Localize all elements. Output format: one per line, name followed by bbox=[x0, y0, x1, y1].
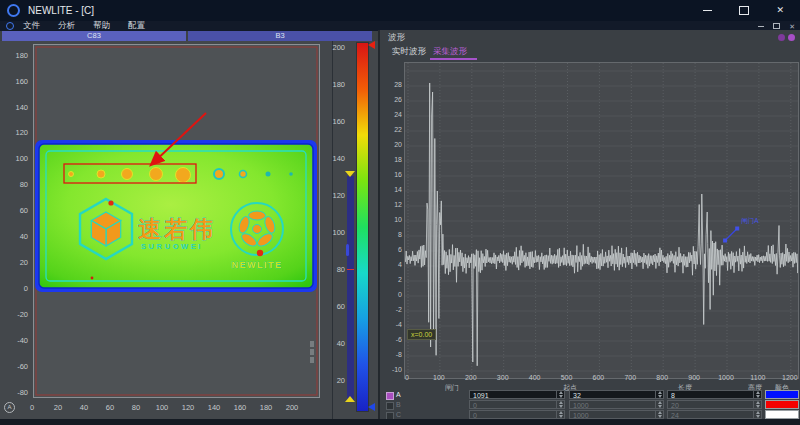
x-axis-tick-label: 60 bbox=[106, 403, 114, 412]
gate-start-field[interactable]: 1091 bbox=[469, 390, 565, 399]
doc-tab-b3[interactable]: B3 bbox=[188, 31, 372, 41]
wave-x-tick-label: 1100 bbox=[750, 374, 765, 381]
color-scale[interactable] bbox=[356, 42, 369, 412]
y-axis-tick-label: 160 bbox=[2, 77, 28, 86]
hot-spot-dot bbox=[91, 277, 94, 280]
waveform-chart[interactable]: 闸门A bbox=[404, 62, 799, 379]
waveform-trace bbox=[405, 83, 798, 366]
wave-y-tick-label: 22 bbox=[382, 126, 402, 133]
gate-marker-handle[interactable] bbox=[723, 239, 727, 243]
histogram-peak bbox=[346, 244, 349, 256]
range-high-marker[interactable] bbox=[345, 171, 355, 177]
x-axis-tick-label: 200 bbox=[286, 403, 299, 412]
active-tab-underline bbox=[430, 58, 477, 60]
thermal-image-viewport[interactable]: 速若伟 SURUOWEI NEWLITE bbox=[33, 44, 320, 398]
scale-top-arrow[interactable] bbox=[368, 41, 375, 49]
wave-y-tick-label: 6 bbox=[382, 246, 402, 253]
x-axis-tick-label: 80 bbox=[132, 403, 140, 412]
wave-y-tick-label: 28 bbox=[382, 81, 402, 88]
gate-height-field[interactable]: 24 bbox=[667, 410, 762, 419]
colorbar-tick-label: 140 bbox=[331, 154, 345, 163]
wave-x-tick-label: 100 bbox=[433, 374, 445, 381]
wave-y-tick-label: 24 bbox=[382, 111, 402, 118]
wave-y-tick-label: 20 bbox=[382, 141, 402, 148]
wave-y-tick-label: -2 bbox=[382, 306, 402, 313]
gate-length-field[interactable]: 32 bbox=[569, 390, 664, 399]
spinner-buttons[interactable] bbox=[753, 391, 761, 398]
level-histogram[interactable] bbox=[347, 176, 354, 402]
spinner-buttons[interactable] bbox=[556, 401, 564, 408]
gate-color-swatch[interactable] bbox=[765, 400, 799, 409]
wave-x-tick-label: 300 bbox=[497, 374, 509, 381]
wave-x-tick-label: 800 bbox=[656, 374, 668, 381]
y-axis-tick-label: -80 bbox=[2, 388, 28, 397]
tab-captured-waveform[interactable]: 采集波形 bbox=[433, 46, 467, 58]
x-axis-tick-label: 20 bbox=[54, 403, 62, 412]
spinner-buttons[interactable] bbox=[753, 401, 761, 408]
y-axis-tick-label: 20 bbox=[2, 258, 28, 267]
tab-realtime-waveform[interactable]: 实时波形 bbox=[392, 46, 426, 58]
range-low-marker[interactable] bbox=[345, 396, 355, 402]
colorbar-tick-label: 80 bbox=[331, 265, 345, 274]
gate-color-swatch[interactable] bbox=[765, 410, 799, 419]
waveform-panel-title: 波形 bbox=[388, 32, 405, 44]
gate-start-field[interactable]: 0 bbox=[469, 410, 565, 419]
spinner-buttons[interactable] bbox=[655, 401, 663, 408]
axis-origin-marker: A bbox=[4, 402, 15, 413]
colorbar-tick-label: 20 bbox=[331, 376, 345, 385]
child-minimize-icon[interactable] bbox=[758, 26, 764, 27]
minimize-icon[interactable] bbox=[703, 10, 712, 11]
wave-x-tick-label: 1200 bbox=[782, 374, 798, 381]
wave-x-tick-label: 0 bbox=[405, 374, 409, 381]
wave-y-tick-label: 4 bbox=[382, 261, 402, 268]
cursor-tooltip: x=0.00 bbox=[407, 329, 436, 340]
maximize-icon[interactable] bbox=[739, 6, 749, 15]
wave-x-tick-label: 200 bbox=[465, 374, 477, 381]
thermal-image-panel: 速若伟 SURUOWEI NEWLITE A 02040608010012 bbox=[0, 41, 332, 419]
gate-name-label: A bbox=[396, 391, 401, 398]
y-axis-tick-label: -20 bbox=[2, 310, 28, 319]
gate-height-field[interactable]: 20 bbox=[667, 400, 762, 409]
gate-start-field[interactable]: 0 bbox=[469, 400, 565, 409]
wave-x-tick-label: 600 bbox=[593, 374, 605, 381]
wave-y-tick-label: 8 bbox=[382, 231, 402, 238]
parameters-icon[interactable] bbox=[788, 34, 795, 41]
app-window: NEWLITE - [C] ✕ 文件 分析 帮助 配置 ✕ C83 B3 bbox=[0, 0, 800, 425]
gate-enable-checkbox[interactable] bbox=[386, 402, 394, 410]
x-axis-tick-label: 40 bbox=[80, 403, 88, 412]
thermal-image[interactable]: 速若伟 SURUOWEI NEWLITE bbox=[34, 45, 319, 397]
wave-y-tick-label: -10 bbox=[382, 366, 402, 373]
gate-color-swatch[interactable] bbox=[765, 390, 799, 399]
y-axis-tick-label: 120 bbox=[2, 128, 28, 137]
spinner-buttons[interactable] bbox=[655, 391, 663, 398]
spinner-buttons[interactable] bbox=[753, 411, 761, 418]
x-axis-tick-label: 140 bbox=[208, 403, 221, 412]
child-restore-icon[interactable] bbox=[773, 23, 780, 29]
y-axis-tick-label: 0 bbox=[2, 284, 28, 293]
gate-length-field[interactable]: 1000 bbox=[569, 410, 664, 419]
child-close-icon[interactable]: ✕ bbox=[789, 23, 795, 30]
close-icon[interactable]: ✕ bbox=[776, 6, 784, 15]
app-logo-icon bbox=[7, 4, 20, 17]
x-axis-tick-label: 100 bbox=[156, 403, 169, 412]
gate-height-field[interactable]: 8 bbox=[667, 390, 762, 399]
colorbar-panel: 20018016014012010080604020 bbox=[332, 41, 379, 419]
wave-x-tick-label: 400 bbox=[529, 374, 541, 381]
scale-bottom-arrow[interactable] bbox=[368, 403, 375, 411]
colorbar-tick-label: 40 bbox=[331, 339, 345, 348]
gate-marker-handle[interactable] bbox=[735, 227, 739, 231]
spinner-buttons[interactable] bbox=[556, 391, 564, 398]
wave-y-tick-label: 18 bbox=[382, 156, 402, 163]
brand-name-cn: 速若伟 bbox=[138, 216, 216, 242]
spinner-buttons[interactable] bbox=[655, 411, 663, 418]
wave-y-tick-label: 14 bbox=[382, 186, 402, 193]
wave-y-tick-label: 0 bbox=[382, 291, 402, 298]
wave-x-tick-label: 900 bbox=[688, 374, 700, 381]
spinner-buttons[interactable] bbox=[556, 411, 564, 418]
y-axis-tick-label: 140 bbox=[2, 103, 28, 112]
gate-length-field[interactable]: 1000 bbox=[569, 400, 664, 409]
x-axis-tick-label: 160 bbox=[234, 403, 247, 412]
settings-icon[interactable] bbox=[778, 34, 785, 41]
doc-tab-c83[interactable]: C83 bbox=[2, 31, 186, 41]
gate-enable-checkbox[interactable] bbox=[386, 392, 394, 400]
